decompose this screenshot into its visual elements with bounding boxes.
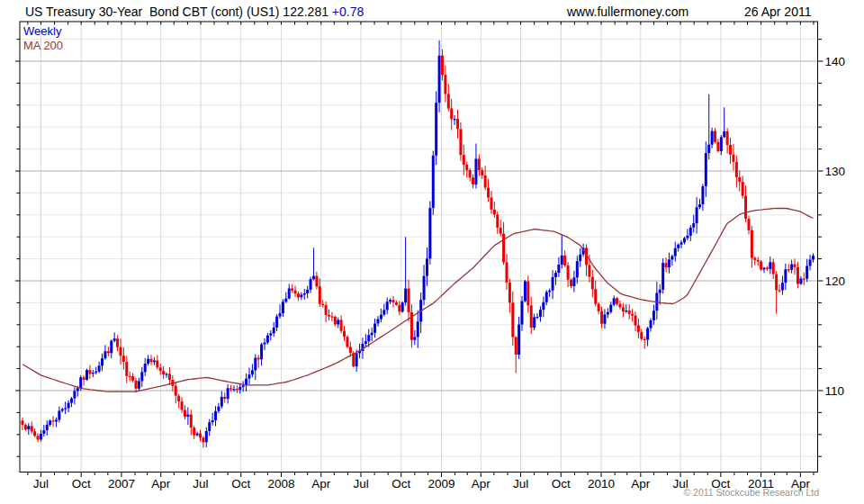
candlestick-up [698, 199, 701, 210]
candlestick-down [88, 365, 91, 379]
candlestick-up [705, 141, 707, 196]
candlestick-up [374, 319, 376, 338]
x-tick-label: Oct [392, 477, 410, 490]
candlestick-down [125, 356, 128, 382]
candlestick-up [655, 282, 658, 320]
candlestick-down [585, 244, 588, 275]
candlestick-down [744, 185, 747, 222]
candlestick-up [220, 392, 223, 409]
candlestick-down [753, 256, 756, 266]
candlestick-down [297, 292, 300, 301]
candlestick-down [346, 335, 348, 348]
candlestick-down [184, 405, 186, 419]
candlestick-up [263, 338, 266, 350]
candlestick-up [812, 254, 814, 263]
copyright-notice: © 2011 Stockcube Research Ltd [683, 487, 819, 498]
candlestick-down [291, 284, 293, 293]
candlestick-down [803, 273, 806, 285]
candlestick-up [438, 40, 441, 112]
candlestick-down [738, 170, 741, 191]
candlestick-down [330, 312, 333, 321]
candlestick-up [251, 364, 254, 377]
candlestick-down [665, 257, 668, 272]
page-title: US Treasury 30-Year Bond CBT (cont) (US1… [25, 4, 279, 19]
y-tick-label: 130 [825, 165, 846, 178]
candlestick-up [212, 413, 214, 426]
candlestick-down [631, 309, 634, 321]
candlestick-down [294, 285, 297, 296]
candlestick-down [257, 355, 260, 367]
candlestick-up [518, 317, 520, 359]
candlestick-up [607, 308, 609, 318]
candlestick-down [716, 139, 719, 152]
candlestick-up [205, 428, 208, 447]
candlestick-up [196, 432, 199, 436]
candlestick-up [799, 276, 802, 284]
candlestick-down [726, 128, 729, 153]
candlestick-up [140, 367, 143, 387]
candlestick-up [662, 258, 664, 293]
candlestick-down [321, 300, 324, 307]
candlestick-up [144, 358, 147, 376]
candlestick-up [61, 408, 64, 413]
candlestick-up [364, 334, 367, 346]
candlestick-up [542, 297, 544, 318]
price-chart: 110120130140JulOct2007AprJulOct2008AprJu… [0, 0, 864, 504]
candlestick-up [646, 327, 649, 346]
candlestick-down [450, 99, 453, 130]
candlestick-up [214, 406, 217, 426]
candlestick-up [432, 150, 435, 214]
x-tick-label: Apr [631, 477, 651, 490]
candlestick-down [340, 315, 343, 333]
candlestick-up [423, 265, 426, 305]
candlestick-up [806, 259, 808, 283]
candlestick-down [156, 355, 158, 369]
candlestick-down [747, 215, 750, 234]
candlestick-up [689, 225, 692, 241]
candlestick-up [809, 255, 812, 271]
candlestick-down [22, 418, 24, 430]
candlestick-down [616, 297, 618, 306]
candlestick-down [729, 138, 732, 164]
candlestick-up [701, 184, 704, 211]
candlestick-up [404, 237, 407, 305]
candlestick-down [315, 272, 318, 290]
candlestick-down [129, 372, 131, 382]
candlestick-down [33, 428, 36, 437]
candlestick-up [557, 257, 560, 277]
price-change: +0.78 [332, 4, 364, 19]
candlestick-down [395, 301, 398, 306]
candlestick-up [186, 407, 189, 425]
candlestick-up [68, 400, 70, 412]
candlestick-down [760, 260, 762, 271]
candlestick-down [444, 66, 446, 103]
candlestick-up [269, 330, 272, 340]
candlestick-down [766, 266, 769, 271]
candlestick-up [781, 276, 784, 295]
candlestick-up [454, 115, 456, 125]
candlestick-down [515, 337, 518, 374]
legend-timeframe: Weekly [23, 24, 61, 38]
candlestick-up [266, 333, 269, 345]
candlestick-up [86, 369, 88, 381]
candlestick-up [113, 332, 116, 342]
candlestick-down [193, 426, 195, 439]
ma-200-line [22, 209, 814, 392]
candlestick-down [788, 264, 790, 272]
chart-window: 110120130140JulOct2007AprJulOct2008AprJu… [0, 0, 864, 504]
candlestick-up [310, 277, 312, 293]
candlestick-up [428, 201, 431, 265]
candlestick-up [683, 237, 686, 245]
candlestick-down [408, 280, 410, 321]
y-tick-label: 140 [825, 55, 846, 68]
candlestick-up [382, 304, 385, 317]
candlestick-down [772, 258, 775, 279]
candlestick-up [40, 430, 42, 442]
candlestick-up [670, 255, 673, 266]
candlestick-down [594, 280, 597, 306]
candlestick-down [505, 254, 508, 290]
candlestick-down [52, 416, 55, 427]
x-tick-label: 2008 [267, 477, 294, 490]
candlestick-up [27, 423, 30, 435]
candlestick-down [487, 179, 490, 202]
